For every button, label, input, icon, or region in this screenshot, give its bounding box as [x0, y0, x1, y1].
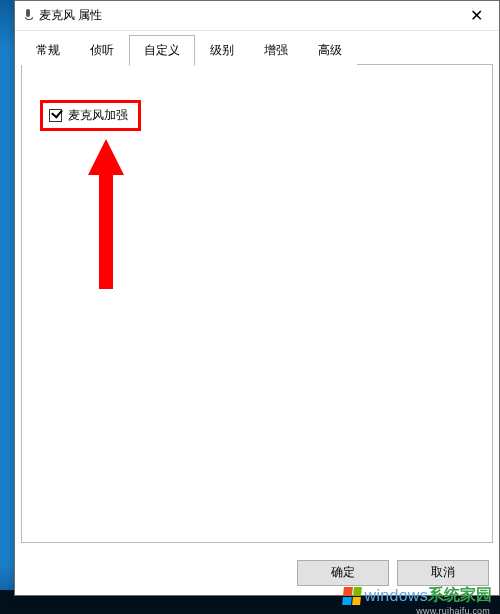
tab-panel-custom: 麦克风加强	[21, 65, 493, 543]
mic-boost-label: 麦克风加强	[68, 107, 128, 124]
svg-marker-0	[88, 139, 124, 289]
tab-label: 增强	[264, 43, 288, 57]
microphone-icon	[23, 9, 33, 23]
annotation-arrow-icon	[88, 139, 124, 289]
annotation-highlight: 麦克风加强	[40, 100, 141, 131]
watermark-url: www.ruihaifu.com	[416, 606, 490, 614]
tab-strip: 常规 侦听 自定义 级别 增强 高级	[15, 31, 499, 65]
tab-levels[interactable]: 级别	[195, 36, 249, 65]
cancel-button[interactable]: 取消	[397, 560, 489, 586]
mic-boost-checkbox[interactable]	[49, 109, 62, 122]
titlebar: 麦克风 属性 ✕	[15, 1, 499, 31]
tab-label: 高级	[318, 43, 342, 57]
button-label: 取消	[431, 564, 455, 581]
tab-custom[interactable]: 自定义	[129, 35, 195, 66]
tab-listen[interactable]: 侦听	[75, 36, 129, 65]
close-button[interactable]: ✕	[453, 1, 499, 31]
dialog-button-row: 确定 取消	[15, 549, 499, 595]
ok-button[interactable]: 确定	[297, 560, 389, 586]
tab-label: 自定义	[144, 43, 180, 57]
tab-general[interactable]: 常规	[21, 36, 75, 65]
button-label: 确定	[331, 564, 355, 581]
tab-label: 侦听	[90, 43, 114, 57]
tab-advanced[interactable]: 高级	[303, 36, 357, 65]
window-title: 麦克风 属性	[39, 7, 453, 24]
tab-label: 常规	[36, 43, 60, 57]
tab-enhancements[interactable]: 增强	[249, 36, 303, 65]
tab-label: 级别	[210, 43, 234, 57]
close-icon: ✕	[470, 6, 483, 25]
microphone-properties-dialog: 麦克风 属性 ✕ 常规 侦听 自定义 级别 增强 高级 麦克风加强 确定 取消	[14, 0, 500, 596]
